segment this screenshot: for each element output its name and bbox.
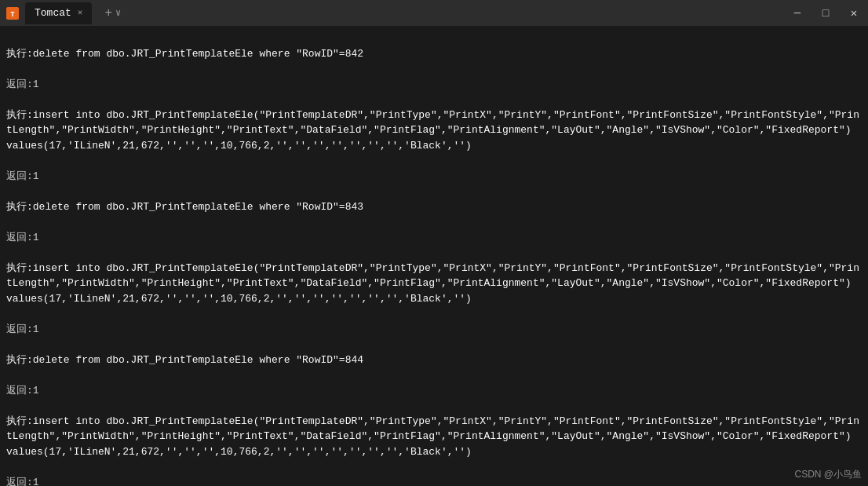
tab-tomcat[interactable]: Tomcat ✕ <box>25 2 92 24</box>
console-line: 返回:1 <box>6 230 862 246</box>
console-line: 执行:insert into dbo.JRT_PrintTemplateEle(… <box>6 108 862 154</box>
console-line: 执行:delete from dbo.JRT_PrintTemplateEle … <box>6 199 862 215</box>
dropdown-icon: ∨ <box>115 7 121 19</box>
minimize-button[interactable]: ─ <box>790 8 805 19</box>
maximize-button[interactable]: □ <box>818 8 833 19</box>
title-bar-left: T Tomcat ✕ + ∨ <box>6 2 790 24</box>
tab-label: Tomcat <box>35 7 71 19</box>
window-controls: ─ □ ✕ <box>790 8 862 19</box>
console-line: 返回:1 <box>6 322 862 338</box>
new-tab-icon: + <box>104 6 112 20</box>
console-line: 执行:insert into dbo.JRT_PrintTemplateEle(… <box>6 414 862 460</box>
app-icon: T <box>6 7 19 20</box>
new-tab-button[interactable]: + ∨ <box>98 3 127 24</box>
console-line: 执行:delete from dbo.JRT_PrintTemplateEle … <box>6 46 862 62</box>
console-line: 返回:1 <box>6 383 862 399</box>
console-line: 执行:insert into dbo.JRT_PrintTemplateEle(… <box>6 261 862 307</box>
console-line: 返回:1 <box>6 475 862 487</box>
watermark: CSDN @小鸟鱼 <box>794 468 862 481</box>
svg-text:T: T <box>10 11 15 19</box>
tab-close-button[interactable]: ✕ <box>78 9 83 17</box>
console-line: 返回:1 <box>6 169 862 185</box>
console-line: 执行:delete from dbo.JRT_PrintTemplateEle … <box>6 353 862 368</box>
console-output: 执行:delete from dbo.JRT_PrintTemplateEle … <box>0 26 868 486</box>
close-button[interactable]: ✕ <box>846 8 862 19</box>
title-bar: T Tomcat ✕ + ∨ ─ □ ✕ <box>0 0 868 26</box>
console-line: 返回:1 <box>6 77 862 93</box>
